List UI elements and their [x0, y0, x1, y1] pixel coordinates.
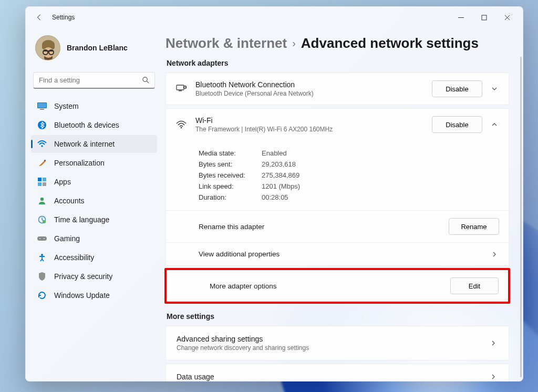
- svg-point-16: [39, 238, 40, 239]
- adapter-card-bluetooth[interactable]: Bluetooth Network Connection Bluetooth D…: [165, 73, 509, 105]
- card-title: Data usage: [177, 373, 482, 381]
- edit-button[interactable]: Edit: [450, 277, 499, 294]
- card-subtitle: Change network discovery and sharing set…: [177, 344, 482, 352]
- stat-key: Link speed:: [199, 182, 262, 190]
- sidebar-item-privacy[interactable]: Privacy & security: [31, 267, 157, 285]
- sidebar-item-network[interactable]: Network & internet: [31, 135, 157, 153]
- chevron-right-icon: [490, 373, 498, 380]
- section-network-adapters: Network adapters: [167, 59, 509, 67]
- content-area: Network & internet › Advanced network se…: [162, 28, 523, 381]
- svg-rect-0: [482, 15, 487, 20]
- search-input[interactable]: [33, 72, 155, 89]
- svg-rect-20: [179, 90, 182, 91]
- sidebar-item-label: Accessibility: [54, 253, 94, 262]
- disable-button[interactable]: Disable: [432, 80, 482, 97]
- svg-rect-19: [177, 85, 184, 90]
- view-additional-properties-row[interactable]: View additional properties: [166, 242, 509, 265]
- breadcrumb: Network & internet › Advanced network se…: [165, 35, 509, 51]
- sidebar-item-system[interactable]: System: [31, 97, 157, 115]
- sidebar-item-label: Privacy & security: [54, 272, 112, 281]
- sidebar-item-bluetooth[interactable]: Bluetooth & devices: [31, 116, 157, 134]
- stat-value: 1201 (Mbps): [262, 182, 300, 190]
- sidebar-item-personalization[interactable]: Personalization: [31, 154, 157, 172]
- svg-point-18: [41, 254, 43, 256]
- sidebar-item-apps[interactable]: Apps: [31, 173, 157, 191]
- svg-rect-10: [38, 182, 42, 186]
- sidebar-item-label: Time & language: [54, 215, 109, 224]
- sidebar-item-label: Windows Update: [54, 291, 110, 300]
- chevron-down-icon: [491, 85, 499, 92]
- sidebar-item-time-language[interactable]: Time & language: [31, 211, 157, 229]
- row-label: Rename this adapter: [199, 223, 440, 231]
- adapter-stats: Media state:Enabled Bytes sent:29,203,61…: [166, 142, 509, 211]
- system-icon: [37, 101, 47, 111]
- search-icon: [142, 76, 150, 84]
- svg-point-1: [143, 77, 147, 81]
- adapter-header-wifi[interactable]: Wi-Fi The Framework | Intel(R) Wi-Fi 6 A…: [166, 109, 509, 140]
- bluetooth-icon: [37, 120, 47, 130]
- sidebar-item-accounts[interactable]: Accounts: [31, 192, 157, 210]
- highlight-annotation: More adapter options Edit: [164, 268, 510, 304]
- titlebar: Settings: [26, 7, 523, 28]
- svg-point-14: [43, 220, 46, 223]
- paintbrush-icon: [37, 158, 47, 168]
- svg-point-22: [181, 127, 182, 129]
- back-button[interactable]: [30, 8, 49, 27]
- accessibility-icon: [37, 253, 47, 262]
- svg-point-12: [40, 198, 44, 201]
- chevron-right-icon: ›: [292, 37, 296, 49]
- stat-key: Bytes sent:: [199, 160, 262, 168]
- sidebar-item-label: Network & internet: [54, 140, 115, 148]
- close-button[interactable]: [495, 9, 519, 25]
- breadcrumb-parent[interactable]: Network & internet: [165, 35, 287, 51]
- sidebar-item-gaming[interactable]: Gaming: [31, 230, 157, 247]
- network-pc-icon: [175, 84, 187, 94]
- data-usage-card[interactable]: Data usage: [165, 364, 509, 381]
- minimize-icon: [458, 15, 464, 20]
- chevron-right-icon: [491, 251, 499, 258]
- page-title: Advanced network settings: [301, 35, 479, 51]
- sidebar-item-accessibility[interactable]: Accessibility: [31, 249, 157, 266]
- stat-value: 275,384,869: [262, 171, 299, 179]
- sidebar-item-label: System: [54, 102, 79, 110]
- arrow-left-icon: [36, 14, 43, 21]
- update-icon: [37, 291, 47, 300]
- search-box: [33, 72, 155, 89]
- rename-button[interactable]: Rename: [449, 218, 499, 235]
- sidebar-item-label: Bluetooth & devices: [54, 121, 119, 129]
- wifi-adapter-icon: [175, 120, 187, 129]
- window-title: Settings: [52, 14, 75, 21]
- sidebar-item-windows-update[interactable]: Windows Update: [31, 286, 157, 304]
- adapter-desc: Bluetooth Device (Personal Area Network): [195, 90, 423, 97]
- shield-icon: [37, 272, 47, 281]
- adapter-name: Wi-Fi: [195, 116, 423, 125]
- sidebar-item-label: Gaming: [54, 234, 80, 243]
- chevron-right-icon: [490, 339, 498, 347]
- username: Brandon LeBlanc: [67, 44, 128, 52]
- svg-point-17: [44, 238, 45, 239]
- svg-rect-8: [38, 178, 42, 181]
- scrollbar[interactable]: [520, 57, 522, 377]
- section-more-settings: More settings: [167, 312, 509, 321]
- advanced-sharing-card[interactable]: Advanced sharing settings Change network…: [165, 326, 509, 360]
- minimize-button[interactable]: [449, 9, 472, 25]
- maximize-button[interactable]: [472, 9, 495, 25]
- rename-adapter-row: Rename this adapter Rename: [166, 211, 509, 242]
- disable-button[interactable]: Disable: [432, 116, 482, 133]
- svg-rect-11: [43, 182, 46, 186]
- nav-list: System Bluetooth & devices Network & int…: [31, 97, 157, 304]
- apps-icon: [37, 177, 47, 187]
- stat-value: Enabled: [262, 149, 287, 157]
- close-icon: [504, 15, 510, 20]
- adapter-name: Bluetooth Network Connection: [195, 80, 423, 89]
- profile[interactable]: Brandon LeBlanc: [31, 32, 157, 70]
- sidebar-item-label: Apps: [54, 178, 71, 186]
- stat-key: Media state:: [199, 149, 262, 157]
- person-icon: [37, 196, 47, 205]
- card-title: Advanced sharing settings: [177, 335, 482, 343]
- maximize-icon: [481, 15, 487, 20]
- sidebar: Brandon LeBlanc System Bluetooth & devic…: [26, 28, 162, 381]
- row-label: View additional properties: [199, 250, 482, 258]
- svg-rect-9: [43, 178, 46, 181]
- svg-rect-3: [38, 103, 46, 108]
